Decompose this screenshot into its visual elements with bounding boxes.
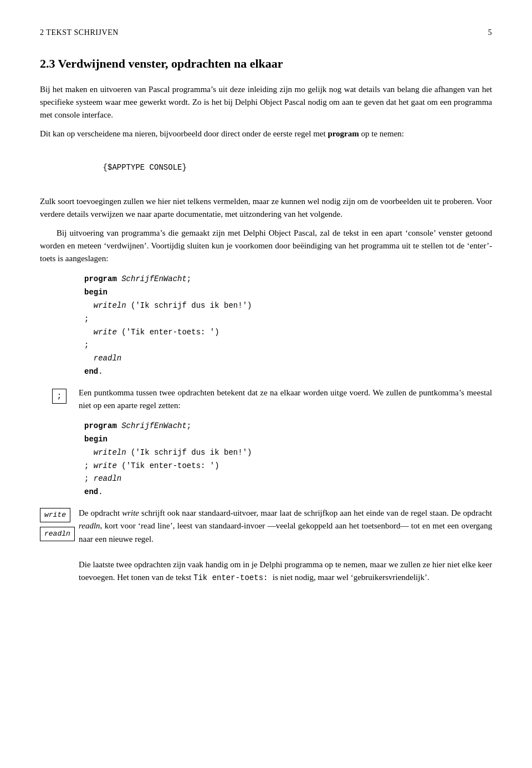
code1-line7: readln [84, 354, 121, 363]
code2-line6: end. [84, 487, 103, 496]
code1-line8: end. [84, 367, 103, 376]
code2-line3: writeln ('Ik schrijf dus ik ben!') [84, 448, 252, 457]
paragraph-7: Die laatste twee opdrachten zijn vaak ha… [79, 560, 492, 582]
paragraph-4: Bij uitvoering van programma’s die gemaa… [40, 227, 492, 266]
paragraph-1: Bij het maken en uitvoeren van Pascal pr… [40, 83, 492, 122]
code1-line6: ; [84, 340, 89, 349]
code2-line2: begin [84, 435, 108, 444]
paragraph-6: De opdracht write schrijft ook naar stan… [79, 507, 492, 584]
code-block-1: program SchrijfEnWacht; begin writeln ('… [84, 273, 492, 378]
paragraph-5: Een puntkomma tussen twee opdrachten bet… [79, 386, 492, 413]
paragraph-2: Dit kan op verscheidene ma­ nieren, bijv… [40, 128, 492, 140]
apptype-code: {$APPTYPE CONSOLE} [84, 148, 492, 187]
write-italic: write [122, 508, 139, 517]
header-left: 2 TEKST SCHRIJVEN [40, 27, 119, 39]
write-box: write [40, 508, 70, 522]
semicolon-marginal: ; [40, 386, 79, 404]
page-header: 2 TEKST SCHRIJVEN 5 [40, 27, 492, 39]
section-title: 2.3 Verdwijnend venster, opdrachten na e… [40, 54, 492, 73]
readln-italic: readln [79, 521, 100, 530]
semicolon-box: ; [52, 389, 66, 404]
readln-box: readln [40, 527, 75, 541]
code2-line4: ; write ('Tik enter-toets: ') [84, 461, 219, 470]
code2-line1: program SchrijfEnWacht; [84, 421, 191, 430]
code1-line4: ; [84, 314, 89, 323]
write-readln-row: write readln De opdracht write schrijft … [40, 507, 492, 584]
code1-line5: write ('Tik enter-toets: ') [84, 328, 219, 337]
code1-line2: begin [84, 288, 108, 297]
paragraph-3: Zulk soort toevoegingen zullen we hier n… [40, 195, 492, 221]
keyword-program: program [328, 129, 359, 138]
code2-line5: ; readln [84, 474, 121, 483]
code1-line3: writeln ('Ik schrijf dus ik ben!') [84, 301, 252, 310]
code-block-2: program SchrijfEnWacht; begin writeln ('… [84, 420, 492, 499]
header-right: 5 [488, 27, 492, 39]
semicolon-row: ; Een puntkomma tussen twee opdrachten b… [40, 386, 492, 413]
code1-line1: program SchrijfEnWacht; [84, 274, 191, 283]
page: 2 TEKST SCHRIJVEN 5 2.3 Verdwijnend vens… [0, 0, 532, 768]
write-readln-marginal: write readln [40, 507, 79, 541]
tik-enter-code: Tik enter-toets: [193, 573, 273, 582]
